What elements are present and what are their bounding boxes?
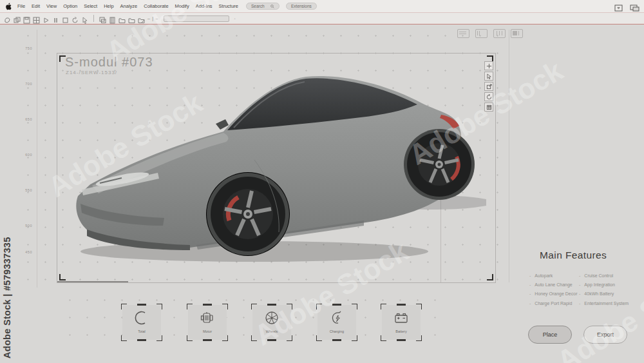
- magnifier-icon: [270, 5, 274, 8]
- toolbar-input[interactable]: [164, 15, 229, 22]
- category-card-charging[interactable]: Charging: [317, 305, 356, 340]
- battery-icon: [393, 310, 409, 326]
- tool-folder-icon[interactable]: [118, 15, 126, 22]
- view-layout-icon-2[interactable]: [475, 29, 488, 38]
- apple-logo-icon[interactable]: [5, 3, 12, 10]
- tool-pause-icon[interactable]: [52, 15, 59, 22]
- menu-structure[interactable]: Structure: [219, 3, 238, 9]
- feature-item: Honey Orange Decor: [529, 291, 578, 296]
- category-card-battery[interactable]: Battery: [382, 305, 421, 340]
- ruler-label: 700: [19, 82, 32, 86]
- menu-help[interactable]: Help: [104, 3, 113, 9]
- stock-id-watermark: Adobe Stock | #579337335: [2, 237, 12, 358]
- crescent-icon: [134, 310, 149, 326]
- ruler-label: 600: [19, 153, 32, 157]
- panel-toggle-icon[interactable]: [614, 3, 623, 10]
- menu-collaborate[interactable]: Collaborate: [144, 3, 168, 9]
- feature-item: Autopark: [529, 273, 553, 278]
- category-label: Battery: [382, 329, 421, 333]
- search-placeholder: Search: [251, 4, 265, 8]
- menu-analyze[interactable]: Analyze: [120, 3, 138, 9]
- toolbar-dashes: – | –: [147, 16, 158, 21]
- tool-structure-icon[interactable]: [109, 15, 116, 22]
- place-button[interactable]: Place: [528, 326, 572, 344]
- tool-stop-icon[interactable]: [62, 15, 69, 22]
- feature-item: App Integration: [579, 282, 615, 287]
- menu-modify[interactable]: Modify: [175, 3, 189, 9]
- tool-folder2-icon[interactable]: [128, 15, 135, 22]
- toolbar: – | – ◦: [0, 13, 644, 25]
- category-card-wheels[interactable]: Wheels: [252, 305, 291, 340]
- tool-cursor-icon[interactable]: [81, 15, 88, 22]
- features-heading: Main Features: [540, 250, 607, 261]
- view-layout-icon-3[interactable]: [493, 29, 506, 38]
- frame-corner-br: [487, 274, 493, 280]
- feature-item: Auto Lane Change: [529, 282, 573, 287]
- search-input[interactable]: Search: [246, 3, 279, 10]
- guide-line-left: [37, 30, 37, 288]
- toolbar-caret-icon: ◦: [234, 17, 235, 21]
- extensions-label: Extensions: [291, 4, 312, 8]
- view-layout-icon-4[interactable]: [511, 29, 523, 38]
- toolbar-separator: [93, 15, 94, 22]
- windows-stack-icon[interactable]: [630, 3, 639, 10]
- feature-item: Entertainment System: [579, 301, 629, 306]
- tool-pen-icon[interactable]: [4, 15, 11, 22]
- menu-view[interactable]: View: [46, 3, 57, 9]
- guide-line-right: [509, 30, 509, 282]
- menu-bar: File Edit View Option Select Help Analyz…: [0, 0, 644, 13]
- category-label: Motor: [188, 329, 227, 333]
- export-button[interactable]: Export: [583, 326, 627, 344]
- feature-item: Cruise Control: [579, 273, 613, 278]
- tool-folder-edit-icon[interactable]: [138, 15, 145, 22]
- category-label: Charging: [317, 329, 356, 333]
- ruler-label: 750: [19, 46, 32, 50]
- category-card-total[interactable]: Total: [122, 305, 161, 340]
- tool-grid-icon[interactable]: [33, 15, 40, 22]
- tool-save-icon[interactable]: [23, 15, 30, 22]
- car-3d-model[interactable]: [61, 63, 486, 282]
- category-card-motor[interactable]: Motor: [188, 305, 227, 340]
- ruler-label: 650: [19, 117, 32, 121]
- ruler-label: 450: [19, 250, 32, 254]
- motor-icon: [200, 310, 215, 326]
- wheel-icon: [264, 310, 279, 326]
- view-layout-icon-1[interactable]: [457, 29, 469, 38]
- menu-select[interactable]: Select: [84, 3, 97, 9]
- menu-addins[interactable]: Add-Ins: [196, 3, 213, 9]
- tool-play-icon[interactable]: [43, 15, 50, 22]
- feature-item: Charge Port Rapid: [529, 301, 572, 306]
- category-label: Wheels: [252, 329, 291, 333]
- tool-rotate-icon[interactable]: [71, 15, 79, 22]
- menu-edit[interactable]: Edit: [32, 3, 40, 9]
- charging-icon: [329, 310, 345, 326]
- extensions-button[interactable]: Extensions: [286, 3, 317, 10]
- category-label: Total: [122, 329, 161, 333]
- menu-option[interactable]: Option: [63, 3, 77, 9]
- feature-item: 40kWh Battery: [579, 291, 614, 296]
- tool-layers-icon[interactable]: [14, 15, 21, 22]
- ruler-label: 550: [19, 188, 32, 192]
- ruler-label: 500: [19, 224, 32, 228]
- tool-windows-icon[interactable]: [99, 15, 106, 22]
- menu-file[interactable]: File: [17, 3, 25, 9]
